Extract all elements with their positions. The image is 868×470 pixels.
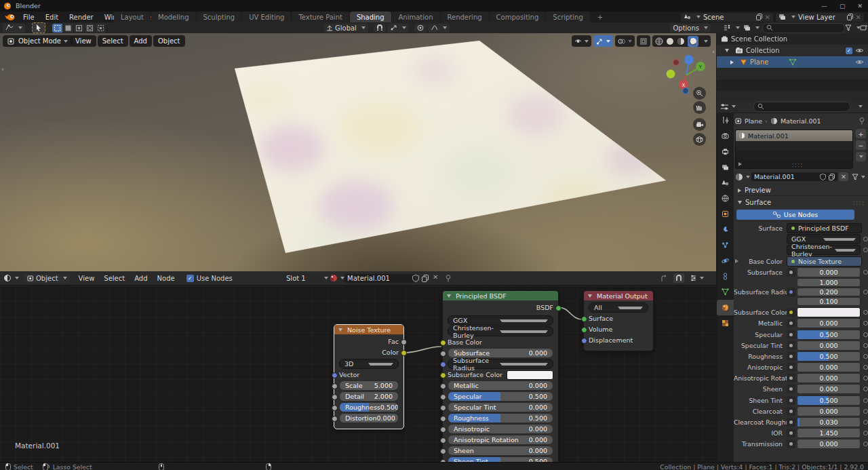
vector-socket[interactable]	[581, 338, 587, 344]
shader-menu-view[interactable]: View	[74, 273, 100, 283]
material-name-field[interactable]: Material.001	[751, 172, 837, 181]
color-socket[interactable]	[440, 372, 446, 378]
socket-dot-button[interactable]	[787, 352, 795, 361]
tab-texture[interactable]	[717, 315, 734, 331]
select-mode-tweak[interactable]	[52, 24, 63, 33]
decorator-dot[interactable]	[863, 409, 868, 414]
color-swatch[interactable]	[797, 307, 861, 317]
toolbar-expand-chevron[interactable]: ‹	[1, 66, 4, 73]
gray-socket[interactable]	[440, 405, 446, 411]
socket-dot-button[interactable]	[787, 308, 795, 317]
value-slider[interactable]: 0.000	[797, 362, 861, 372]
material-browse-button[interactable]	[330, 274, 344, 282]
material-slot-list[interactable]: Material.001 ::::	[735, 130, 853, 169]
maximize-button[interactable]: ▢	[840, 3, 846, 9]
pin-icon[interactable]	[859, 117, 865, 125]
breadcrumb-material[interactable]: Material.001	[781, 117, 821, 125]
tab-shading[interactable]: Shading	[350, 12, 391, 22]
tab-uv-editing[interactable]: UV Editing	[242, 12, 291, 22]
vector-socket[interactable]	[440, 361, 446, 368]
tab-render[interactable]	[717, 128, 734, 144]
value-slider[interactable]: 0.000	[797, 439, 861, 449]
socket-dot-button[interactable]	[787, 385, 795, 393]
material-name-field[interactable]: Material.001	[344, 274, 415, 283]
decorator-dot[interactable]	[863, 420, 868, 425]
copy-material-icon[interactable]	[422, 275, 429, 282]
tab-constraints[interactable]	[717, 269, 734, 284]
tab-particles[interactable]	[717, 237, 734, 253]
material-browse-button[interactable]	[735, 173, 750, 181]
outliner-row-plane[interactable]: Plane	[717, 56, 868, 68]
tab-scene[interactable]	[717, 175, 734, 191]
blender-logo-icon[interactable]	[5, 14, 15, 21]
eye-icon[interactable]	[855, 59, 864, 65]
shader-node-canvas[interactable]: Noise Texture FacColor3DVectorScale5.000…	[0, 286, 716, 462]
duplicate-view-layer-icon[interactable]	[847, 14, 853, 20]
menu-render[interactable]: Render	[64, 12, 99, 22]
value-slider[interactable]: 0.500	[797, 330, 861, 340]
gray-socket[interactable]	[440, 416, 446, 422]
tab-animation[interactable]: Animation	[392, 12, 440, 22]
unlink-material-icon[interactable]: ✕	[433, 273, 438, 281]
shader-menu-select[interactable]: Select	[99, 273, 130, 283]
tab-texture-paint[interactable]: Texture Paint	[292, 12, 349, 22]
snap-settings-dropdown[interactable]	[387, 24, 409, 33]
select-mode-circle[interactable]	[74, 24, 85, 33]
socket-dot-button[interactable]	[787, 439, 795, 448]
gray-socket[interactable]	[401, 339, 407, 345]
gray-socket[interactable]	[440, 448, 446, 454]
node-slider[interactable]: Detail2.000	[339, 391, 399, 402]
node-principled-bsdf[interactable]: Principled BSDF BSDFGGXChristensen-Burle…	[442, 290, 559, 462]
scene-selector[interactable]: Scene ✕	[681, 13, 773, 22]
socket-dot-button[interactable]	[787, 418, 795, 427]
shader-menu-node[interactable]: Node	[153, 273, 180, 283]
decorator-dot[interactable]	[863, 442, 868, 446]
value-slider[interactable]: 0.000	[797, 340, 861, 351]
tab-output[interactable]	[717, 144, 734, 159]
decorator-dot[interactable]	[863, 332, 868, 337]
unlink-material-button[interactable]: ✕	[839, 172, 848, 181]
tab-object-data[interactable]	[717, 284, 734, 300]
pan-tool-button[interactable]	[693, 101, 706, 114]
gray-socket[interactable]	[332, 416, 338, 422]
gray-socket[interactable]	[440, 394, 446, 400]
tab-sculpting[interactable]: Sculpting	[197, 12, 242, 22]
value-slider[interactable]: 0.000	[797, 267, 861, 277]
minimize-button[interactable]: —	[821, 3, 827, 9]
tab-physics[interactable]	[717, 253, 734, 269]
duplicate-scene-icon[interactable]	[756, 14, 762, 20]
socket-dot-button[interactable]	[787, 341, 795, 350]
value-slider[interactable]: 1.450	[797, 428, 861, 438]
gray-socket[interactable]	[440, 351, 446, 357]
node-slider[interactable]: Sheen0.000	[448, 446, 553, 456]
node-slider[interactable]: Anisotropic0.000	[448, 424, 553, 434]
transform-orientation-dropdown[interactable]: Global	[323, 24, 368, 33]
viewport-menu-select[interactable]: Select	[98, 35, 128, 47]
decorator-dot[interactable]	[863, 398, 868, 403]
properties-options-dropdown[interactable]	[859, 105, 863, 108]
use-nodes-checkbox[interactable]: ✓ Use Nodes	[186, 275, 233, 282]
outliner-row-collection[interactable]: Collection ✓	[717, 45, 868, 56]
snap-node-toggle[interactable]	[673, 273, 684, 283]
view-layer-selector[interactable]: View Layer ✕	[776, 13, 864, 22]
node-slider[interactable]: Scale5.000	[339, 380, 399, 391]
socket-dot-button[interactable]	[787, 319, 795, 328]
preview-panel-header[interactable]: Preview	[738, 185, 868, 196]
socket-dot-button[interactable]	[787, 288, 795, 296]
value-slider[interactable]: 0.500	[797, 351, 861, 361]
decorator-dot[interactable]	[863, 270, 868, 275]
outliner-editor-type-button[interactable]	[720, 24, 743, 33]
tab-add-workspace[interactable]: +	[591, 12, 610, 22]
dimensions-dropdown[interactable]: 3D	[339, 359, 399, 369]
select-mode-box[interactable]	[63, 24, 74, 33]
remove-slot-button[interactable]: −	[856, 140, 866, 150]
gray-socket[interactable]	[332, 383, 338, 389]
gizmos-toggle-dropdown[interactable]	[593, 35, 613, 47]
color-swatch[interactable]	[507, 370, 553, 380]
pin-icon[interactable]	[445, 275, 452, 282]
breadcrumb-object[interactable]: Plane	[745, 117, 762, 125]
outliner-search-input[interactable]	[762, 23, 845, 33]
eye-icon[interactable]	[855, 47, 864, 54]
tab-object[interactable]	[717, 206, 734, 222]
socket-dot-button[interactable]	[787, 429, 795, 437]
